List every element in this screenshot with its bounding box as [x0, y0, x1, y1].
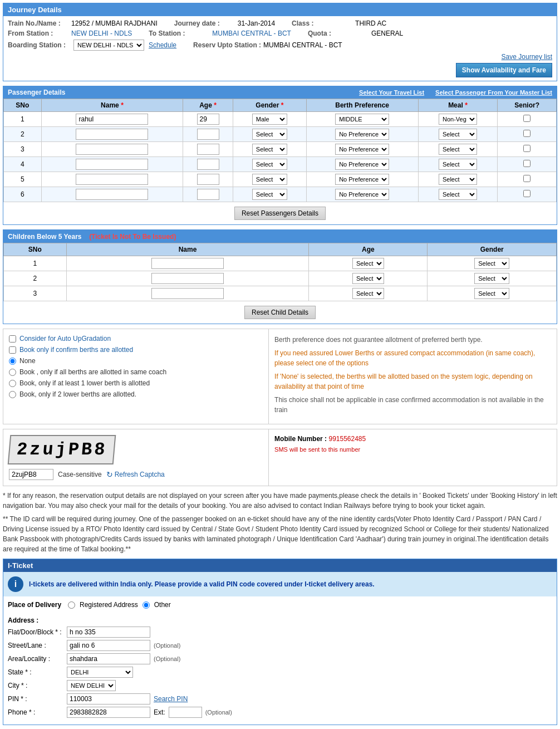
senior-check-2[interactable]	[523, 130, 530, 137]
gender-select-2[interactable]: SelectMaleFemale	[252, 129, 287, 140]
city-select[interactable]: NEW DELHI	[67, 680, 116, 691]
gender-select-6[interactable]: SelectMaleFemale	[252, 189, 287, 200]
captcha-left-panel: 2zujPB8 document.querySelector('[data-na…	[3, 429, 269, 486]
col-gender: Gender *	[233, 99, 306, 112]
berth-select-6[interactable]: No PreferenceLowerMiddleUpperSide LowerS…	[335, 189, 389, 200]
schedule-link[interactable]: Schedule	[149, 41, 176, 49]
berth-select-1[interactable]: MIDDLENo PreferenceLowerUpperSide LowerS…	[335, 114, 389, 125]
name-input-4[interactable]	[76, 159, 148, 170]
child-gender-select-3[interactable]: SelectMaleFemale	[474, 288, 509, 299]
select-master-list-link[interactable]: Select Passenger From Your Master List	[435, 89, 552, 96]
name-input-3[interactable]	[76, 144, 148, 155]
pin-input[interactable]	[67, 693, 150, 704]
gender-select-4[interactable]: SelectMaleFemale	[252, 159, 287, 170]
area-input[interactable]	[67, 653, 150, 664]
class-value: THIRD AC	[355, 19, 386, 27]
senior-check-3[interactable]	[523, 145, 530, 152]
train-no-label: Train No./Name :	[8, 19, 69, 27]
refresh-icon: ↻	[106, 470, 113, 479]
option1-radio[interactable]	[9, 369, 16, 376]
senior-check-4[interactable]	[523, 160, 530, 167]
age-input-2[interactable]	[197, 129, 219, 140]
name-input-2[interactable]	[76, 129, 148, 140]
col-name: Name *	[41, 99, 183, 112]
refresh-captcha-link[interactable]: ↻ Refresh Captcha	[106, 470, 165, 479]
name-input-6[interactable]	[76, 189, 148, 200]
age-input-4[interactable]	[197, 159, 219, 170]
col-meal: Meal *	[418, 99, 498, 112]
auto-upgrade-checkbox[interactable]	[9, 335, 16, 343]
phone-input[interactable]	[67, 707, 150, 718]
sno-2: 2	[4, 127, 42, 142]
from-label: From Station :	[8, 30, 69, 37]
senior-check-5[interactable]	[523, 175, 530, 182]
state-select[interactable]: DELHI MAHARASHTRA UTTAR PRADESH	[67, 667, 133, 678]
name-input-1[interactable]	[76, 114, 148, 125]
child-row-1: 1 Select1234 SelectMaleFemale	[4, 256, 557, 271]
gender-select-5[interactable]: SelectMaleFemale	[252, 174, 287, 185]
child-gender-select-1[interactable]: SelectMaleFemale	[474, 258, 509, 269]
meal-select-2[interactable]: SelectVegNon-Veg	[439, 129, 477, 140]
none-radio[interactable]	[9, 358, 16, 365]
train-no-value: 12952 / MUMBAI RAJDHANI	[71, 19, 158, 27]
berth-select-2[interactable]: No PreferenceLowerMiddleUpperSide LowerS…	[335, 129, 389, 140]
gender-select-1[interactable]: MaleFemale	[252, 114, 287, 125]
reset-child-button[interactable]: Reset Child Details	[244, 306, 316, 319]
senior-check-1[interactable]	[523, 115, 530, 122]
meal-select-6[interactable]: SelectVegNon-Veg	[439, 189, 477, 200]
passenger-details-section: Passenger Details Select Your Travel Lis…	[3, 86, 557, 225]
child-age-select-2[interactable]: Select1234	[352, 273, 384, 284]
option2-radio[interactable]	[9, 380, 16, 387]
col-age: Age *	[183, 99, 233, 112]
child-gender-select-2[interactable]: SelectMaleFemale	[474, 273, 509, 284]
child-sno-3: 3	[4, 286, 67, 301]
show-availability-button[interactable]: Show Availability and Fare	[456, 63, 552, 77]
journey-details-section: Journey Details Train No./Name : 12952 /…	[3, 3, 557, 81]
flat-input[interactable]	[67, 627, 150, 638]
child-name-2[interactable]	[151, 273, 224, 284]
case-sensitive-label: Case-sensitive	[58, 471, 102, 478]
select-travel-list-link[interactable]: Select Your Travel List	[359, 89, 424, 96]
age-input-1[interactable]	[197, 114, 219, 125]
child-age-select-1[interactable]: Select1234	[352, 258, 384, 269]
reserv-label: Reserv Upto Station :	[193, 41, 261, 49]
age-input-5[interactable]	[197, 174, 219, 185]
meal-select-3[interactable]: SelectVegNon-Veg	[439, 144, 477, 155]
meal-select-5[interactable]: SelectVegNon-Veg	[439, 174, 477, 185]
gender-select-3[interactable]: SelectMaleFemale	[252, 144, 287, 155]
captcha-input[interactable]	[9, 469, 53, 480]
search-pin-link[interactable]: Search PIN	[154, 695, 188, 703]
child-name-3[interactable]	[151, 288, 224, 299]
meal-select-1[interactable]: Non-VegVeg	[439, 114, 477, 125]
senior-check-6[interactable]	[523, 190, 530, 197]
berth-select-3[interactable]: No PreferenceLowerMiddleUpperSide LowerS…	[335, 144, 389, 155]
captcha-section: 2zujPB8 document.querySelector('[data-na…	[3, 429, 557, 486]
name-input-5[interactable]	[76, 174, 148, 185]
child-name-1[interactable]	[151, 258, 224, 269]
journey-details-header: Journey Details	[3, 3, 557, 16]
reset-passengers-button[interactable]: Reset Passengers Details	[234, 207, 326, 220]
passenger-table: SNo Name * Age * Gender * Berth Preferen…	[3, 99, 557, 202]
ext-optional: (Optional)	[205, 709, 232, 716]
passenger-row-1: 1 MaleFemale MIDDLENo PreferenceLowerUpp…	[4, 112, 557, 127]
child-age-select-3[interactable]: Select1234	[352, 288, 384, 299]
berth-select-5[interactable]: No PreferenceLowerMiddleUpperSide LowerS…	[335, 174, 389, 185]
age-input-3[interactable]	[197, 144, 219, 155]
passenger-row-2: 2 SelectMaleFemale No PreferenceLowerMid…	[4, 127, 557, 142]
berth-select-4[interactable]: No PreferenceLowerMiddleUpperSide LowerS…	[335, 159, 389, 170]
options-left-panel: Consider for Auto UpGradation Book only …	[3, 329, 269, 424]
save-journey-link[interactable]: Save Journey list	[502, 53, 552, 61]
registered-address-radio[interactable]	[68, 601, 75, 609]
confirm-berths-checkbox[interactable]	[9, 346, 16, 354]
footer-note1: * If for any reason, the reservation out…	[3, 491, 557, 511]
col-senior: Senior?	[498, 99, 557, 112]
ext-input[interactable]	[169, 707, 202, 718]
mobile-label: Mobile Number :	[274, 435, 327, 443]
meal-select-4[interactable]: SelectVegNon-Veg	[439, 159, 477, 170]
children-header: Children Below 5 Years (Ticket Is Not To…	[3, 230, 557, 243]
boarding-station-select[interactable]: NEW DELHI - NDLS	[73, 40, 144, 51]
age-input-6[interactable]	[197, 189, 219, 200]
other-radio[interactable]	[143, 601, 150, 609]
option3-radio[interactable]	[9, 391, 16, 398]
street-input[interactable]	[67, 640, 150, 651]
